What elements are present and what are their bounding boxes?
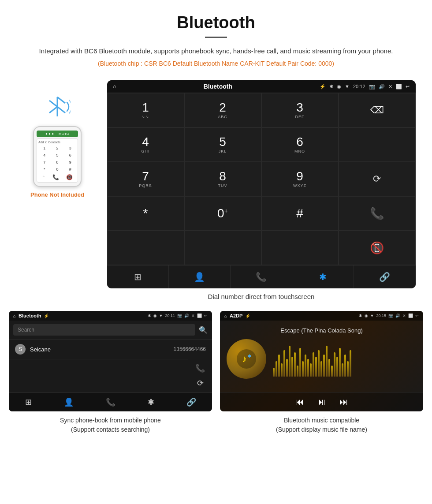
music-screen-icon[interactable]: ⬜ — [408, 314, 413, 318]
pb-bottom-link[interactable]: 🔗 — [186, 397, 196, 407]
dial-key-backspace[interactable]: ⌫ — [339, 93, 416, 127]
dial-screen-icon[interactable]: ⬜ — [396, 84, 402, 90]
pb-title: Bluetooth — [19, 313, 41, 318]
dial-key-8[interactable]: 8TUV — [184, 162, 261, 196]
dial-key-hash[interactable]: # — [261, 196, 339, 231]
pb-vol-icon[interactable]: 🔊 — [184, 314, 189, 318]
pb-cam-icon[interactable]: 📷 — [177, 314, 182, 318]
dial-key-2[interactable]: 2ABC — [184, 93, 261, 127]
pb-bottom-grid[interactable]: ⊞ — [25, 397, 32, 407]
dial-key-3[interactable]: 3DEF — [261, 93, 339, 127]
dial-key-1[interactable]: 1∿∿ — [107, 93, 184, 127]
dial-bottom-bluetooth[interactable]: ✱ — [292, 265, 354, 288]
pb-bottom-bar: ⊞ 👤 📞 ✱ 🔗 — [9, 392, 212, 411]
music-home-icon[interactable]: ⌂ — [224, 314, 227, 318]
phone-screen: Add to Contacts 1 2 3 4 5 6 7 8 9 * 0 # … — [37, 138, 78, 183]
phonebook-caption: Sync phone-book from mobile phone (Suppo… — [60, 416, 161, 434]
pb-time: 20:11 — [165, 314, 175, 318]
music-playpause-btn[interactable]: ⏯ — [317, 397, 326, 407]
middle-section: ● ● ● MOTO Add to Contacts 1 2 3 4 5 6 7… — [0, 80, 432, 306]
phone-key-star: * — [38, 166, 50, 172]
dial-camera-icon[interactable]: 📷 — [369, 84, 375, 90]
music-prev-btn[interactable]: ⏮ — [295, 397, 304, 407]
phone-illustration: ● ● ● MOTO Add to Contacts 1 2 3 4 5 6 7… — [17, 80, 98, 198]
phone-end-btn: 📵 — [66, 174, 73, 180]
pb-bottom-bluetooth[interactable]: ✱ — [148, 397, 154, 407]
music-close-icon[interactable]: ✕ — [402, 314, 406, 318]
pb-side-refresh-icon[interactable]: ⟳ — [197, 378, 204, 388]
dial-close-icon[interactable]: ✕ — [388, 84, 392, 90]
dial-key-call[interactable]: 📞 — [339, 196, 416, 231]
phone-key-1: 1 — [38, 145, 50, 151]
dial-home-icon[interactable]: ⌂ — [113, 83, 116, 90]
phone-key-3: 3 — [64, 145, 76, 151]
phone-key-8: 8 — [51, 159, 63, 165]
pb-side-call-icon[interactable]: 📞 — [195, 363, 205, 373]
dial-key-empty-2 — [107, 231, 184, 265]
dial-screen-container: ⌂ Bluetooth ⚡ ✱ ◉ ▼ 20:12 📷 🔊 ✕ ⬜ ↩ — [107, 80, 416, 306]
pb-screen-icon[interactable]: ⬜ — [197, 314, 202, 318]
dial-bottom-phone[interactable]: 📞 — [231, 265, 292, 288]
dial-key-end[interactable]: 📵 — [339, 231, 416, 265]
dial-statusbar-left: ⌂ — [113, 83, 116, 90]
pb-home-icon[interactable]: ⌂ — [13, 314, 16, 318]
phone-header-bar: ● ● ● MOTO — [37, 131, 78, 137]
dial-back-icon[interactable]: ↩ — [406, 84, 410, 90]
music-album-art-area: ♪ ✱ — [227, 339, 417, 379]
music-vol-icon[interactable]: 🔊 — [395, 314, 400, 318]
svg-text:♪: ♪ — [242, 353, 247, 364]
pb-wifi-icon: ▼ — [159, 314, 163, 318]
dial-key-5[interactable]: 5JKL — [184, 127, 261, 162]
dial-key-7[interactable]: 7PQRS — [107, 162, 184, 196]
svg-text:✱: ✱ — [248, 354, 251, 358]
dial-key-9[interactable]: 9WXYZ — [261, 162, 339, 196]
dial-usb-icon: ⚡ — [320, 84, 326, 90]
dial-vol-icon[interactable]: 🔊 — [379, 84, 385, 90]
dial-bottom-grid[interactable]: ⊞ — [107, 265, 169, 288]
pb-contact-phone: 13566664466 — [174, 346, 206, 352]
phone-screen-label: Add to Contacts — [38, 141, 76, 144]
music-time: 20:15 — [376, 314, 386, 318]
dial-key-empty-4 — [261, 231, 339, 265]
dial-statusbar-title: Bluetooth — [204, 83, 232, 90]
dial-bt-icon: ✱ — [329, 84, 333, 90]
pb-contact-row[interactable]: S Seicane 13566664466 — [9, 339, 212, 359]
music-caption: Bluetooth music compatible (Support disp… — [276, 416, 367, 434]
music-back-icon[interactable]: ↩ — [415, 314, 419, 318]
pb-bottom-phone[interactable]: 📞 — [106, 397, 115, 407]
dial-time: 20:12 — [353, 84, 365, 89]
phone-bottom-row: ← 📞 📵 — [38, 174, 76, 180]
dial-key-6[interactable]: 6MNO — [261, 127, 339, 162]
dial-key-4[interactable]: 4GHI — [107, 127, 184, 162]
music-wifi-icon: ▼ — [370, 314, 374, 318]
phone-key-hash: # — [64, 166, 76, 172]
dial-key-star[interactable]: * — [107, 196, 184, 231]
phone-key-9: 9 — [64, 159, 76, 165]
dial-loc-icon: ◉ — [337, 84, 341, 90]
music-card: ⌂ A2DP ⚡ ✱ ◉ ▼ 20:15 📷 🔊 ✕ ⬜ ↩ E — [220, 311, 423, 434]
music-next-btn[interactable]: ⏭ — [339, 397, 348, 407]
bluetooth-specs: (Bluetooth chip : CSR BC6 Default Blueto… — [26, 60, 406, 67]
phone-key-5: 5 — [51, 152, 63, 158]
phone-dialpad: 1 2 3 4 5 6 7 8 9 * 0 # — [38, 145, 76, 172]
music-statusbar: ⌂ A2DP ⚡ ✱ ◉ ▼ 20:15 📷 🔊 ✕ ⬜ ↩ — [220, 311, 423, 321]
dial-key-empty-1 — [339, 127, 416, 162]
music-cam-icon[interactable]: 📷 — [388, 314, 393, 318]
pb-close-icon[interactable]: ✕ — [191, 314, 195, 318]
pb-search-icon[interactable]: 🔍 — [199, 326, 208, 334]
dial-key-refresh[interactable]: ⟳ — [339, 162, 416, 196]
bluetooth-signal-icon — [44, 93, 71, 124]
dial-bottom-bar: ⊞ 👤 📞 ✱ 🔗 — [107, 265, 416, 288]
dial-key-0[interactable]: 0+ — [184, 196, 261, 231]
bottom-section: ⌂ Bluetooth ⚡ ✱ ◉ ▼ 20:11 📷 🔊 ✕ ⬜ ↩ — [0, 311, 432, 443]
dial-bottom-person[interactable]: 👤 — [169, 265, 231, 288]
music-album-art: ♪ ✱ — [227, 339, 266, 379]
pb-contact-name: Seicane — [30, 346, 174, 353]
dial-bottom-link[interactable]: 🔗 — [354, 265, 416, 288]
pb-bottom-person[interactable]: 👤 — [64, 397, 74, 407]
page-description: Integrated with BC6 Bluetooth module, su… — [26, 46, 406, 56]
pb-usb-icon: ⚡ — [44, 314, 49, 318]
pb-back-icon[interactable]: ↩ — [204, 314, 208, 318]
pb-search-box[interactable]: Search — [13, 324, 195, 336]
page-header: Bluetooth Integrated with BC6 Bluetooth … — [0, 0, 432, 80]
